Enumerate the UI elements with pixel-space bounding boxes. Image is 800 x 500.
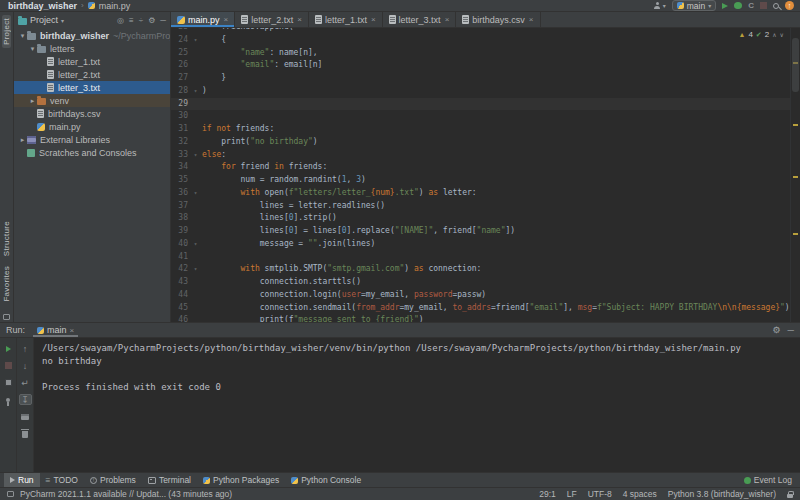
fold-icon[interactable]: ▾ (191, 85, 200, 98)
code-line-43[interactable]: 43 connection.starttls() (171, 276, 790, 289)
collapse-all-icon[interactable]: ÷ (139, 16, 143, 25)
tab-main-py[interactable]: main.py× (171, 12, 235, 27)
tree-item-birthday-wisher[interactable]: ▾birthday_wisher~/PycharmProjects/py (14, 29, 170, 42)
tree-item-external-libraries[interactable]: ▸External Libraries (14, 133, 170, 146)
tree-chevron-icon[interactable]: ▸ (28, 97, 37, 105)
tree-item-scratches-and-consoles[interactable]: Scratches and Consoles (14, 146, 170, 159)
code-with-me-button[interactable]: ▾ (654, 2, 666, 9)
tree-item-letter-3-txt[interactable]: letter_3.txt (14, 81, 170, 94)
update-status-text[interactable]: PyCharm 2021.1.1 available // Updat... (… (20, 489, 232, 499)
fold-icon[interactable]: ▾ (191, 263, 200, 276)
code-line-29[interactable]: 29 (171, 98, 790, 111)
tool-stripe-favorites[interactable]: Favorites (2, 266, 11, 302)
code-line-36[interactable]: 36▾ with open(f"letters/letter_{num}.txt… (171, 187, 790, 200)
warning-stripe-mark[interactable] (793, 233, 798, 235)
stop-button[interactable] (760, 2, 767, 9)
hide-panel-icon[interactable]: ─ (160, 16, 166, 25)
run-button[interactable] (722, 3, 728, 9)
print-button[interactable] (19, 411, 32, 422)
close-icon[interactable]: × (297, 15, 302, 24)
next-problem-icon[interactable]: ∨ (780, 31, 784, 38)
code-line-31[interactable]: 31if not friends: (171, 123, 790, 136)
coverage-button[interactable]: C (748, 2, 754, 10)
code-line-41[interactable]: 41 (171, 251, 790, 264)
toolwindow-button-python-console[interactable]: Python Console (285, 473, 367, 487)
gear-icon[interactable]: ⚙ (148, 16, 155, 25)
fold-icon[interactable]: ▾ (191, 149, 200, 162)
warning-stripe-mark[interactable] (793, 124, 798, 126)
fold-icon[interactable]: ▾ (191, 34, 200, 47)
locate-file-icon[interactable]: ◎ (117, 16, 124, 25)
code-line-37[interactable]: 37 lines = letter.readlines() (171, 200, 790, 213)
scroll-end-button[interactable]: ↧ (19, 394, 32, 405)
down-button[interactable]: ↓ (19, 360, 32, 371)
tree-item-letter-2-txt[interactable]: letter_2.txt (14, 68, 170, 81)
toolwindow-button-problems[interactable]: !Problems (84, 473, 142, 487)
code-line-30[interactable]: 30 (171, 110, 790, 123)
toolwindow-button-run[interactable]: Run (4, 473, 40, 487)
python-interpreter[interactable]: Python 3.8 (birthday_wisher) (668, 489, 776, 499)
debug-button[interactable] (734, 2, 742, 9)
inspections-widget[interactable]: ▲ 4 ✔ 2 ∧ ∨ (736, 30, 786, 39)
hide-panel-icon[interactable]: ─ (788, 325, 794, 335)
code-line-45[interactable]: 45 connection.sendmail(from_addr=my_emai… (171, 302, 790, 315)
toolwindow-button-todo[interactable]: ≡TODO (40, 473, 84, 487)
tool-stripe-structure[interactable]: Structure (2, 221, 11, 256)
stop-button[interactable] (2, 360, 15, 371)
soft-wrap-button[interactable]: ↵ (19, 377, 32, 388)
indent-setting[interactable]: 4 spaces (623, 489, 657, 499)
scrollbar-thumb[interactable] (792, 38, 799, 92)
caret-position[interactable]: 29:1 (539, 489, 556, 499)
tree-item-letter-1-txt[interactable]: letter_1.txt (14, 55, 170, 68)
code-line-38[interactable]: 38 lines[0].strip() (171, 212, 790, 225)
window-icon[interactable] (7, 491, 14, 497)
code-line-39[interactable]: 39 lines[0] = lines[0].replace("[NAME]",… (171, 225, 790, 238)
clear-button[interactable] (19, 428, 32, 439)
rerun-button[interactable] (2, 343, 15, 354)
tree-chevron-icon[interactable]: ▾ (28, 45, 37, 53)
code-line-26[interactable]: 26 "email": email[n] (171, 59, 790, 72)
code-line-46[interactable]: 46 print(f"message sent to {friend}") (171, 314, 790, 322)
event-log-button[interactable]: Event Log (744, 475, 796, 485)
tab-letter_3-txt[interactable]: letter_3.txt× (383, 12, 457, 27)
code-line-34[interactable]: 34 for friend in friends: (171, 161, 790, 174)
tab-birthdays-csv[interactable]: birthdays.csv× (456, 12, 540, 27)
code-line-27[interactable]: 27 } (171, 72, 790, 85)
toolwindow-button-python-packages[interactable]: Python Packages (197, 473, 285, 487)
tab-letter_2-txt[interactable]: letter_2.txt× (235, 12, 309, 27)
run-config-selector[interactable]: main ▾ (672, 0, 716, 11)
update-notification-icon[interactable]: ↑ (785, 1, 794, 10)
pin-button[interactable] (2, 394, 15, 405)
fold-icon[interactable]: ▾ (191, 187, 200, 200)
code-line-42[interactable]: 42▾ with smtplib.SMTP("smtp.gmail.com") … (171, 263, 790, 276)
code-line-25[interactable]: 25 "name": name[n], (171, 47, 790, 60)
tree-chevron-icon[interactable]: ▾ (18, 32, 27, 40)
encoding[interactable]: UTF-8 (588, 489, 612, 499)
tree-item-venv[interactable]: ▸venv (14, 94, 170, 107)
code-line-40[interactable]: 40▾ message = "".join(lines) (171, 238, 790, 251)
editor-scrollbar[interactable] (790, 28, 800, 322)
tool-stripe-project[interactable]: Project (2, 15, 11, 48)
tree-item-main-py[interactable]: main.py (14, 120, 170, 133)
code-line-33[interactable]: 33▾else: (171, 149, 790, 162)
toolwindow-button-terminal[interactable]: Terminal (142, 473, 197, 487)
expand-all-icon[interactable]: ≡ (129, 16, 134, 25)
close-icon[interactable]: × (70, 326, 75, 335)
close-icon[interactable]: × (224, 15, 229, 24)
warning-stripe-mark[interactable] (793, 176, 798, 178)
readonly-lock-icon[interactable] (787, 494, 793, 498)
prev-problem-icon[interactable]: ∧ (772, 31, 776, 38)
search-everywhere-button[interactable] (773, 3, 779, 9)
line-ending[interactable]: LF (567, 489, 577, 499)
tree-chevron-icon[interactable]: ▸ (18, 136, 27, 144)
up-button[interactable]: ↑ (19, 343, 32, 354)
code-line-24[interactable]: 24▾ { (171, 34, 790, 47)
code-editor[interactable]: 23 friends.append(24▾ {25 "name": name[n… (171, 28, 800, 322)
close-icon[interactable]: × (371, 15, 376, 24)
project-panel-title[interactable]: Project (30, 15, 58, 25)
close-icon[interactable]: × (445, 15, 450, 24)
fold-icon[interactable]: ▾ (191, 238, 200, 251)
run-console-output[interactable]: /Users/swayam/PycharmProjects/python/bir… (34, 338, 800, 472)
run-tab[interactable]: main × (33, 323, 78, 337)
code-line-35[interactable]: 35 num = random.randint(1, 3) (171, 174, 790, 187)
